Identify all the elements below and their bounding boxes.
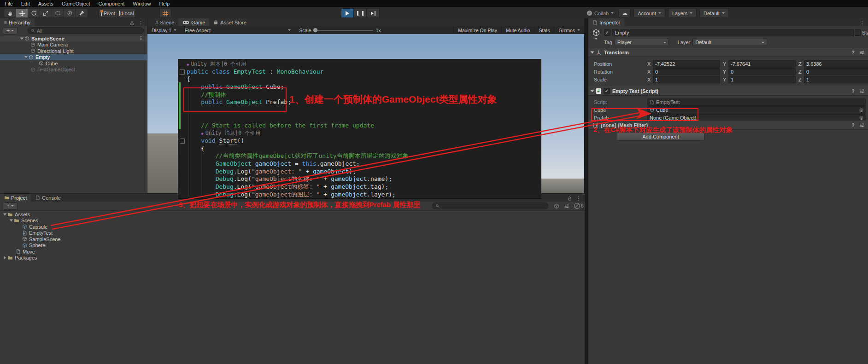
account-dropdown[interactable]: Account [633,8,665,18]
search-by-label-icon[interactable] [564,203,569,209]
menu-edit[interactable]: Edit [21,1,30,6]
local-toggle[interactable]: Local [117,8,136,18]
project-item-capsule[interactable]: Capsule [0,224,585,230]
play-button[interactable] [341,8,354,18]
lock-icon[interactable] [567,196,572,201]
hierarchy-item-testgameobject[interactable]: TestGameObject [0,67,147,73]
hidden-count-badge[interactable]: 6 [574,203,584,209]
project-item-packages[interactable]: Packages [0,255,585,261]
project-item-emptytest[interactable]: # EmptyTest [0,230,585,237]
tag-dropdown[interactable]: Player [615,39,669,46]
code-editor-overlay[interactable]: ◆Unity 脚本|0 个引用−public class EmptyTest :… [178,59,541,199]
scene-tab[interactable]: # Scene [151,18,178,26]
menu-component[interactable]: Component [98,1,124,6]
foldout-icon[interactable] [591,90,594,92]
foldout-icon[interactable] [10,220,13,222]
hierarchy-create-button[interactable]: + [3,27,18,35]
menu-gameobject[interactable]: GameObject [62,1,90,6]
script-enabled-checkbox[interactable]: ✓ [604,88,610,94]
transform-tool-button[interactable] [64,8,76,18]
cube-object-field[interactable]: Cube ◎ [647,106,866,114]
layers-dropdown[interactable]: Layers [668,8,697,18]
menu-file[interactable]: File [5,1,13,6]
rect-tool-button[interactable] [52,8,64,18]
script-component-header[interactable]: # ✓ Empty Test (Script) ? [588,87,868,96]
display-dropdown[interactable]: Display 1 [147,26,181,34]
position-y-field[interactable]: -7.67641 [728,60,796,68]
stats-toggle[interactable]: Stats [534,26,554,34]
static-checkbox[interactable] [855,29,861,36]
hierarchy-item-directional-light[interactable]: Directional Light [0,48,147,54]
presets-icon[interactable] [859,88,865,94]
lock-icon[interactable] [129,21,135,26]
inspector-menu-icon[interactable]: ⋮ [860,20,865,26]
hierarchy-item-main-camera[interactable]: Main Camera [0,42,147,48]
help-icon[interactable]: ? [850,89,856,94]
presets-icon[interactable] [859,50,865,55]
rotation-x-field[interactable]: 0 [653,68,720,75]
menu-window[interactable]: Window [133,1,151,6]
project-item-scenes[interactable]: Scenes [0,218,585,224]
collab-dropdown[interactable]: ✓ Collab [585,11,616,16]
script-object-field[interactable]: EmptyTest [647,98,866,106]
mute-audio-toggle[interactable]: Mute Audio [501,26,534,34]
active-checkbox[interactable]: ✓ [604,29,610,36]
hierarchy-item-scene[interactable]: SampleScene ⋮ [0,35,147,42]
scale-slider[interactable] [313,30,373,31]
maximize-on-play-toggle[interactable]: Maximize On Play [453,26,501,34]
scale-y-field[interactable]: 1 [728,76,796,83]
console-tab[interactable]: Console [31,194,65,202]
transform-header[interactable]: Transform ? [588,48,868,57]
layout-dropdown[interactable]: Default [699,8,729,18]
foldout-icon[interactable] [20,37,24,40]
step-button[interactable] [367,8,380,18]
scale-tool-button[interactable] [40,8,52,18]
object-picker-icon[interactable]: ◎ [859,115,863,120]
hierarchy-search-input[interactable] [37,28,141,34]
cloud-button[interactable]: ☁ [618,8,631,18]
rotation-y-field[interactable]: 0 [728,68,796,75]
hierarchy-tab[interactable]: ≡ Hierarchy [0,18,35,26]
project-create-button[interactable]: + [3,202,18,210]
grid-snap-button[interactable] [159,8,171,18]
foldout-icon[interactable] [4,256,6,260]
project-item-sphere[interactable]: Sphere [0,243,585,249]
hand-tool-button[interactable] [4,8,16,18]
scale-z-field[interactable]: 1 [804,76,868,83]
help-icon[interactable]: ? [850,123,856,128]
position-z-field[interactable]: 3.6386 [804,60,868,68]
help-icon[interactable]: ? [850,50,856,55]
rotation-z-field[interactable]: 0 [804,68,868,75]
foldout-icon[interactable] [24,56,28,58]
add-component-button[interactable]: Add Component [617,132,704,141]
scene-menu-icon[interactable]: ⋮ [138,35,143,41]
menu-help[interactable]: Help [159,1,170,6]
scale-slider-knob[interactable] [313,28,317,32]
hierarchy-search[interactable] [28,27,144,34]
custom-tool-button[interactable] [76,8,88,18]
object-picker-icon[interactable]: ◎ [859,107,863,112]
layer-dropdown[interactable]: Default [692,39,767,46]
rotate-tool-button[interactable] [28,8,40,18]
mesh-filter-header[interactable]: [none] (Mesh Filter) ? [588,121,868,130]
foldout-icon[interactable] [591,52,594,54]
pivot-toggle[interactable]: Pivot [99,8,117,18]
project-search-input[interactable] [441,203,545,209]
scale-x-field[interactable]: 1 [653,76,720,83]
name-field[interactable]: Empty [612,29,854,36]
project-search[interactable] [432,202,548,209]
game-tab[interactable]: Game [178,18,209,26]
presets-icon[interactable] [859,122,865,128]
menu-assets[interactable]: Assets [38,1,53,6]
project-item-move[interactable]: Move [0,248,585,255]
asset-store-tab[interactable]: Asset Store [209,18,251,26]
move-tool-button[interactable] [16,8,28,18]
panel-menu-icon[interactable]: ⋮ [138,20,143,26]
hierarchy-item-empty[interactable]: Empty [0,54,147,61]
position-x-field[interactable]: -7.42522 [653,60,720,68]
hierarchy-item-cube[interactable]: Cube [0,60,147,67]
project-item-samplescene[interactable]: SampleScene [0,236,585,243]
project-item-assets[interactable]: Assets [0,211,585,218]
foldout-icon[interactable] [3,213,7,215]
aspect-dropdown[interactable]: Free Aspect [181,26,295,34]
